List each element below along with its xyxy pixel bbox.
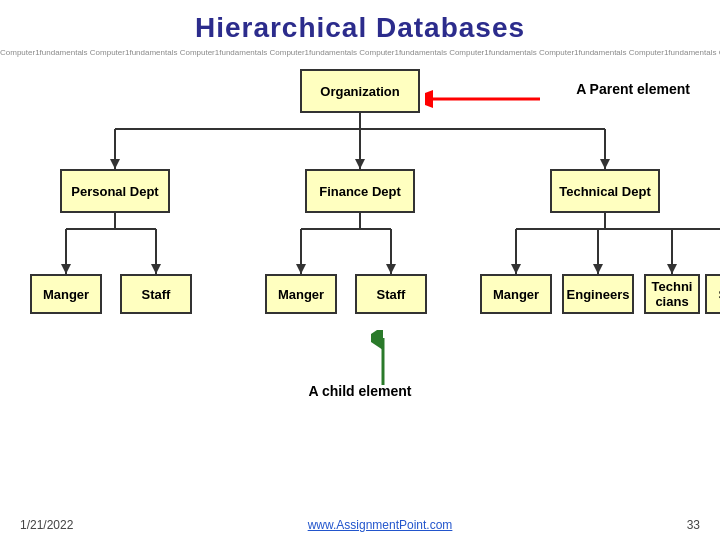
page-title: Hierarchical Databases — [0, 0, 720, 44]
node-organization: Organization — [300, 69, 420, 113]
svg-marker-27 — [593, 264, 603, 274]
svg-marker-6 — [355, 159, 365, 169]
parent-arrow — [425, 87, 545, 115]
svg-marker-28 — [667, 264, 677, 274]
svg-marker-5 — [110, 159, 120, 169]
svg-marker-19 — [386, 264, 396, 274]
red-arrow-svg — [425, 87, 545, 111]
svg-marker-12 — [61, 264, 71, 274]
footer-page: 33 — [687, 518, 700, 532]
footer-website: www.AssignmentPoint.com — [308, 518, 453, 532]
svg-marker-7 — [600, 159, 610, 169]
node-technical-technicians: Techni cians — [644, 274, 700, 314]
node-finance-dept: Finance Dept — [305, 169, 415, 213]
svg-marker-18 — [296, 264, 306, 274]
footer: 1/21/2022 www.AssignmentPoint.com 33 — [0, 518, 720, 532]
node-finance-manger: Manger — [265, 274, 337, 314]
node-personal-staff: Staff — [120, 274, 192, 314]
child-element-label: A child element — [309, 383, 412, 399]
node-finance-staff: Staff — [355, 274, 427, 314]
node-technical-engineers: Engineers — [562, 274, 634, 314]
node-technical-dept: Technical Dept — [550, 169, 660, 213]
node-technical-manger: Manger — [480, 274, 552, 314]
node-personal-manger: Manger — [30, 274, 102, 314]
footer-date: 1/21/2022 — [20, 518, 73, 532]
svg-marker-13 — [151, 264, 161, 274]
svg-marker-26 — [511, 264, 521, 274]
watermark: Computer1fundamentals Computer1fundament… — [0, 44, 720, 59]
parent-element-label: A Parent element — [576, 81, 690, 97]
diagram-area: A Parent element Organization Personal D… — [0, 59, 720, 449]
green-arrow-svg — [371, 330, 395, 390]
node-personal-dept: Personal Dept — [60, 169, 170, 213]
node-technical-staff: Staff — [705, 274, 720, 314]
